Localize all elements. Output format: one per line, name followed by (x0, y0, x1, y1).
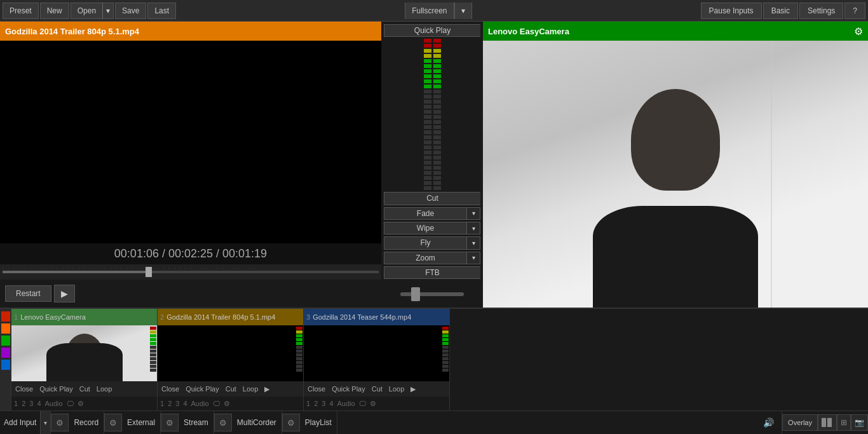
restart-button[interactable]: Restart (5, 285, 51, 302)
input-2-num2[interactable]: 2 (168, 400, 172, 407)
fly-arrow-button[interactable]: ▾ (466, 236, 480, 249)
vu-seg (433, 64, 441, 68)
video-display (0, 41, 381, 243)
input-2-loop-button[interactable]: Loop (241, 385, 259, 393)
input-3-expand-button[interactable]: ▶ (409, 385, 417, 393)
pause-inputs-button[interactable]: Pause Inputs (701, 3, 762, 19)
time-current: 00:01:06 (114, 247, 159, 260)
input-item-1: 1 Lenovo EasyCamera (11, 309, 158, 410)
input-2-close-button[interactable]: Close (160, 385, 180, 393)
collapse-sidebar[interactable] (0, 309, 11, 410)
volume-slider[interactable] (400, 292, 464, 296)
fade-arrow-button[interactable]: ▾ (466, 207, 480, 220)
input-2-cut-button[interactable]: Cut (224, 385, 238, 393)
record-gear-button[interactable]: ⚙ (104, 414, 122, 431)
vu-seg (433, 156, 441, 159)
input-3-close-button[interactable]: Close (306, 385, 327, 393)
input-1-quick-play-button[interactable]: Quick Play (38, 385, 74, 393)
timeline-bar[interactable]: · · · · · · · · · · · · · · · · · · · · … (0, 264, 381, 280)
input-1-preview (11, 325, 157, 381)
open-arrow-button[interactable]: ▾ (102, 3, 114, 19)
fullscreen-button[interactable]: Fullscreen (405, 3, 454, 19)
camera-gear-button[interactable]: ⚙ (854, 25, 863, 37)
quick-play-button[interactable]: Quick Play (384, 24, 480, 37)
add-input-button[interactable]: Add Input (0, 411, 40, 434)
multicorder-button[interactable]: MultiCorder (237, 418, 276, 427)
open-button[interactable]: Open (71, 3, 102, 19)
input-1-num4[interactable]: 4 (37, 400, 41, 407)
new-button[interactable]: New (40, 3, 69, 19)
input-2-num1[interactable]: 1 (160, 400, 164, 407)
input-2-num3[interactable]: 3 (175, 400, 179, 407)
vu-seg (424, 176, 431, 180)
color-strip-red[interactable] (1, 311, 10, 322)
color-strip-orange[interactable] (1, 323, 10, 334)
play-button[interactable]: ▶ (54, 285, 75, 302)
input-3-loop-button[interactable]: Loop (388, 385, 405, 393)
vu-seg (433, 110, 441, 114)
input-2-num4[interactable]: 4 (183, 400, 187, 407)
vu-seg (433, 90, 441, 93)
input-1-close-button[interactable]: Close (14, 385, 34, 393)
input-3-quick-play-button[interactable]: Quick Play (330, 385, 367, 393)
input-2-gear-icon[interactable]: ⚙ (224, 400, 230, 408)
input-1-num3[interactable]: 3 (29, 400, 33, 407)
fullscreen-arrow-button[interactable]: ▾ (454, 3, 471, 19)
input-1-loop-button[interactable]: Loop (95, 385, 113, 393)
stream-button[interactable]: Stream (184, 418, 208, 427)
timeline-thumb[interactable] (146, 267, 152, 277)
input-1-cut-button[interactable]: Cut (78, 385, 92, 393)
input-1-audio-label[interactable]: Audio (45, 400, 63, 407)
fly-button[interactable]: Fly (384, 236, 466, 249)
input-3-num1[interactable]: 1 (306, 400, 310, 407)
multicorder-item: MultiCorder (232, 411, 282, 434)
color-strip-purple[interactable] (1, 348, 10, 358)
input-3-audio-label[interactable]: Audio (337, 400, 355, 407)
external-gear-button[interactable]: ⚙ (161, 414, 179, 431)
input-2-monitor-icon[interactable]: 🖵 (213, 400, 220, 407)
timeline-track[interactable] (3, 271, 379, 273)
vu-seg (433, 100, 441, 104)
input-3-cut-button[interactable]: Cut (370, 385, 384, 393)
ftb-button[interactable]: FTB (384, 266, 480, 279)
color-strip-blue[interactable] (1, 360, 10, 370)
preset-button[interactable]: Preset (3, 3, 39, 19)
volume-icon[interactable]: 🔊 (761, 417, 776, 428)
input-2-quick-play-button[interactable]: Quick Play (184, 385, 220, 393)
input-2-audio-label[interactable]: Audio (191, 400, 209, 407)
fade-button[interactable]: Fade (384, 207, 466, 220)
top-bar: Preset New Open ▾ Save Last Fullscreen ▾… (0, 0, 868, 22)
input-3-monitor-icon[interactable]: 🖵 (359, 400, 366, 407)
input-1-monitor-icon[interactable]: 🖵 (67, 400, 74, 407)
multicorder-gear-button[interactable]: ⚙ (282, 414, 300, 431)
cut-button[interactable]: Cut (384, 192, 480, 205)
zoom-button[interactable]: Zoom (384, 252, 466, 264)
zoom-arrow-button[interactable]: ▾ (466, 252, 480, 264)
input-1-num2[interactable]: 2 (22, 400, 25, 407)
wipe-button[interactable]: Wipe (384, 222, 466, 234)
record-button[interactable]: Record (74, 418, 98, 427)
last-button[interactable]: Last (147, 3, 176, 19)
help-button[interactable]: ? (844, 3, 865, 19)
add-input-gear-button[interactable]: ⚙ (51, 414, 69, 431)
save-button[interactable]: Save (115, 3, 146, 19)
external-button[interactable]: External (127, 418, 155, 427)
basic-button[interactable]: Basic (763, 3, 798, 19)
color-strip-green[interactable] (1, 336, 10, 346)
stream-gear-button[interactable]: ⚙ (214, 414, 232, 431)
input-3-gear-icon[interactable]: ⚙ (370, 400, 376, 408)
input-2-expand-button[interactable]: ▶ (263, 385, 271, 393)
wipe-arrow-button[interactable]: ▾ (466, 222, 480, 234)
grid-icon-button[interactable]: ⊞ (837, 414, 851, 431)
playlist-button[interactable]: PlayList (305, 418, 332, 427)
input-3-num3[interactable]: 3 (322, 400, 325, 407)
settings-button[interactable]: Settings (799, 3, 843, 19)
camera-icon-button[interactable]: 📷 (851, 414, 868, 431)
input-1-num1[interactable]: 1 (14, 400, 18, 407)
input-3-num4[interactable]: 4 (329, 400, 333, 407)
add-input-arrow-button[interactable]: ▾ (40, 411, 50, 434)
overlay-button[interactable]: Overlay (782, 414, 818, 431)
bars-icon-button[interactable]: ▊▊ (818, 414, 837, 431)
input-3-num2[interactable]: 2 (314, 400, 318, 407)
input-1-gear-icon[interactable]: ⚙ (78, 400, 84, 408)
